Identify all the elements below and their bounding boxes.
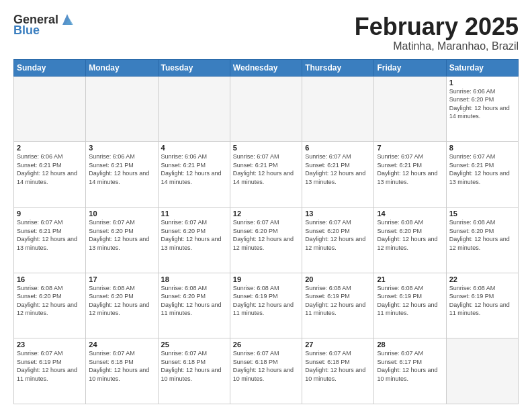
- weekday-header-thursday: Thursday: [302, 59, 374, 76]
- day-info: Sunrise: 6:06 AMSunset: 6:20 PMDaylight:…: [449, 87, 515, 121]
- calendar-title: February 2025: [355, 13, 519, 40]
- day-number: 3: [89, 144, 154, 152]
- title-block: February 2025 Matinha, Maranhao, Brazil: [355, 13, 519, 52]
- day-info: Sunrise: 6:08 AMSunset: 6:20 PMDaylight:…: [449, 218, 515, 252]
- day-number: 1: [449, 79, 515, 87]
- calendar-subtitle: Matinha, Maranhao, Brazil: [355, 40, 519, 52]
- week-row-5: 23Sunrise: 6:07 AMSunset: 6:19 PMDayligh…: [14, 338, 519, 404]
- day-number: 11: [161, 210, 227, 218]
- empty-cell: [158, 76, 230, 142]
- day-cell-22: 22Sunrise: 6:08 AMSunset: 6:19 PMDayligh…: [446, 273, 518, 338]
- day-info: Sunrise: 6:08 AMSunset: 6:19 PMDaylight:…: [449, 284, 515, 318]
- day-number: 25: [161, 340, 227, 349]
- empty-cell: [374, 76, 446, 142]
- day-info: Sunrise: 6:07 AMSunset: 6:21 PMDaylight:…: [233, 152, 299, 186]
- week-row-3: 9Sunrise: 6:07 AMSunset: 6:21 PMDaylight…: [14, 207, 519, 273]
- day-cell-20: 20Sunrise: 6:08 AMSunset: 6:19 PMDayligh…: [302, 273, 374, 338]
- day-cell-8: 8Sunrise: 6:07 AMSunset: 6:21 PMDaylight…: [446, 142, 518, 208]
- day-info: Sunrise: 6:07 AMSunset: 6:18 PMDaylight:…: [233, 349, 299, 383]
- day-cell-4: 4Sunrise: 6:06 AMSunset: 6:21 PMDaylight…: [158, 142, 230, 208]
- weekday-header-wednesday: Wednesday: [230, 59, 302, 76]
- day-number: 26: [233, 340, 299, 349]
- day-cell-18: 18Sunrise: 6:08 AMSunset: 6:20 PMDayligh…: [158, 273, 230, 338]
- day-info: Sunrise: 6:06 AMSunset: 6:21 PMDaylight:…: [17, 152, 83, 186]
- day-number: 19: [233, 275, 299, 283]
- day-number: 13: [305, 210, 371, 218]
- day-number: 15: [449, 210, 515, 218]
- day-info: Sunrise: 6:07 AMSunset: 6:20 PMDaylight:…: [161, 218, 227, 252]
- day-cell-13: 13Sunrise: 6:07 AMSunset: 6:20 PMDayligh…: [302, 207, 374, 273]
- day-cell-5: 5Sunrise: 6:07 AMSunset: 6:21 PMDaylight…: [230, 142, 302, 208]
- day-cell-10: 10Sunrise: 6:07 AMSunset: 6:20 PMDayligh…: [86, 207, 158, 273]
- day-number: 21: [377, 275, 443, 283]
- day-number: 4: [161, 144, 227, 152]
- day-number: 22: [449, 275, 515, 283]
- header: General Blue February 2025 Matinha, Mara…: [13, 13, 519, 52]
- day-info: Sunrise: 6:07 AMSunset: 6:20 PMDaylight:…: [305, 218, 371, 252]
- week-row-4: 16Sunrise: 6:08 AMSunset: 6:20 PMDayligh…: [14, 273, 519, 338]
- day-info: Sunrise: 6:07 AMSunset: 6:21 PMDaylight:…: [305, 152, 371, 186]
- day-info: Sunrise: 6:07 AMSunset: 6:19 PMDaylight:…: [17, 349, 83, 383]
- day-cell-11: 11Sunrise: 6:07 AMSunset: 6:20 PMDayligh…: [158, 207, 230, 273]
- day-cell-14: 14Sunrise: 6:08 AMSunset: 6:20 PMDayligh…: [374, 207, 446, 273]
- weekday-header-saturday: Saturday: [446, 59, 518, 76]
- weekday-header-friday: Friday: [374, 59, 446, 76]
- day-number: 9: [17, 210, 83, 218]
- day-cell-25: 25Sunrise: 6:07 AMSunset: 6:18 PMDayligh…: [158, 338, 230, 404]
- day-info: Sunrise: 6:08 AMSunset: 6:20 PMDaylight:…: [89, 284, 154, 318]
- day-info: Sunrise: 6:07 AMSunset: 6:21 PMDaylight:…: [17, 218, 83, 252]
- day-number: 7: [377, 144, 443, 152]
- day-info: Sunrise: 6:08 AMSunset: 6:19 PMDaylight:…: [233, 284, 299, 318]
- day-info: Sunrise: 6:07 AMSunset: 6:18 PMDaylight:…: [305, 349, 371, 383]
- day-cell-16: 16Sunrise: 6:08 AMSunset: 6:20 PMDayligh…: [14, 273, 86, 338]
- day-info: Sunrise: 6:07 AMSunset: 6:18 PMDaylight:…: [161, 349, 227, 383]
- day-number: 23: [17, 340, 83, 349]
- day-number: 17: [89, 275, 154, 283]
- week-row-2: 2Sunrise: 6:06 AMSunset: 6:21 PMDaylight…: [14, 142, 519, 208]
- day-number: 14: [377, 210, 443, 218]
- day-cell-23: 23Sunrise: 6:07 AMSunset: 6:19 PMDayligh…: [14, 338, 86, 404]
- day-number: 28: [377, 340, 443, 349]
- day-info: Sunrise: 6:06 AMSunset: 6:21 PMDaylight:…: [89, 152, 154, 186]
- day-number: 18: [161, 275, 227, 283]
- day-info: Sunrise: 6:08 AMSunset: 6:20 PMDaylight:…: [377, 218, 443, 252]
- day-cell-15: 15Sunrise: 6:08 AMSunset: 6:20 PMDayligh…: [446, 207, 518, 273]
- logo-icon: [60, 13, 75, 26]
- week-row-1: 1Sunrise: 6:06 AMSunset: 6:20 PMDaylight…: [14, 76, 519, 142]
- day-cell-17: 17Sunrise: 6:08 AMSunset: 6:20 PMDayligh…: [86, 273, 158, 338]
- day-info: Sunrise: 6:07 AMSunset: 6:20 PMDaylight:…: [233, 218, 299, 252]
- empty-cell: [86, 76, 158, 142]
- calendar-table: SundayMondayTuesdayWednesdayThursdayFrid…: [13, 59, 519, 404]
- day-number: 6: [305, 144, 371, 152]
- day-number: 24: [89, 340, 154, 349]
- day-cell-27: 27Sunrise: 6:07 AMSunset: 6:18 PMDayligh…: [302, 338, 374, 404]
- day-number: 5: [233, 144, 299, 152]
- day-cell-21: 21Sunrise: 6:08 AMSunset: 6:19 PMDayligh…: [374, 273, 446, 338]
- empty-cell: [14, 76, 86, 142]
- day-info: Sunrise: 6:07 AMSunset: 6:21 PMDaylight:…: [377, 152, 443, 186]
- day-cell-26: 26Sunrise: 6:07 AMSunset: 6:18 PMDayligh…: [230, 338, 302, 404]
- day-number: 10: [89, 210, 154, 218]
- day-number: 20: [305, 275, 371, 283]
- weekday-header-tuesday: Tuesday: [158, 59, 230, 76]
- day-cell-28: 28Sunrise: 6:07 AMSunset: 6:17 PMDayligh…: [374, 338, 446, 404]
- empty-cell: [230, 76, 302, 142]
- day-info: Sunrise: 6:08 AMSunset: 6:19 PMDaylight:…: [305, 284, 371, 318]
- day-cell-1: 1Sunrise: 6:06 AMSunset: 6:20 PMDaylight…: [446, 76, 518, 142]
- weekday-header-sunday: Sunday: [14, 59, 86, 76]
- day-number: 8: [449, 144, 515, 152]
- day-number: 27: [305, 340, 371, 349]
- empty-cell: [446, 338, 518, 404]
- day-info: Sunrise: 6:08 AMSunset: 6:20 PMDaylight:…: [17, 284, 83, 318]
- header-row: SundayMondayTuesdayWednesdayThursdayFrid…: [14, 59, 519, 76]
- day-cell-24: 24Sunrise: 6:07 AMSunset: 6:18 PMDayligh…: [86, 338, 158, 404]
- logo: General Blue: [13, 13, 75, 38]
- day-cell-3: 3Sunrise: 6:06 AMSunset: 6:21 PMDaylight…: [86, 142, 158, 208]
- day-cell-6: 6Sunrise: 6:07 AMSunset: 6:21 PMDaylight…: [302, 142, 374, 208]
- day-cell-2: 2Sunrise: 6:06 AMSunset: 6:21 PMDaylight…: [14, 142, 86, 208]
- day-number: 2: [17, 144, 83, 152]
- day-info: Sunrise: 6:07 AMSunset: 6:17 PMDaylight:…: [377, 349, 443, 383]
- day-info: Sunrise: 6:07 AMSunset: 6:18 PMDaylight:…: [89, 349, 154, 383]
- day-cell-12: 12Sunrise: 6:07 AMSunset: 6:20 PMDayligh…: [230, 207, 302, 273]
- day-number: 16: [17, 275, 83, 283]
